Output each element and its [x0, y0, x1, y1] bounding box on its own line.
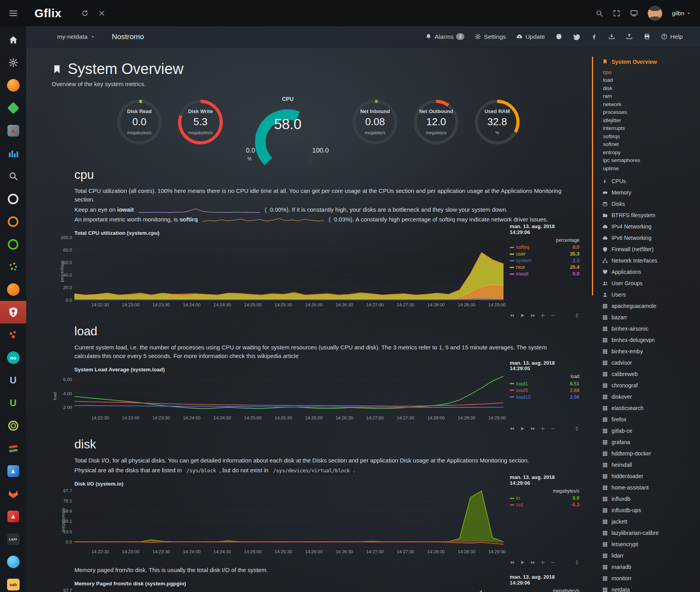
submenu-item-disk[interactable]: disk — [603, 84, 700, 92]
legend-row-load15[interactable]: load15 2.06 — [510, 394, 579, 400]
menu-item-grafana[interactable]: grafana — [602, 437, 700, 448]
submenu-item-uptime[interactable]: uptime — [603, 164, 700, 173]
app-target-icon[interactable] — [0, 414, 26, 437]
legend-row-out[interactable]: out -5.3 — [510, 502, 579, 508]
settings-button[interactable]: Settings — [474, 33, 506, 40]
play-icon[interactable] — [520, 313, 525, 318]
menu-item-network-interfaces[interactable]: Network Interfaces — [602, 255, 700, 266]
app-torus-icon[interactable] — [0, 210, 26, 233]
github-icon[interactable] — [555, 33, 563, 40]
pan-backward-icon[interactable] — [510, 313, 515, 318]
menu-item-influxdb[interactable]: influxdb — [602, 493, 700, 505]
legend-row-iowait[interactable]: iowait 0.0 — [510, 271, 579, 277]
submenu-item-softnet[interactable]: softnet — [603, 140, 700, 149]
server-dropdown[interactable]: my-netdata — [57, 33, 96, 40]
app-confetti-icon[interactable] — [0, 256, 26, 278]
gauge-net-inbound[interactable]: Net Inbound 0.08 megabits/s — [345, 97, 406, 158]
update-button[interactable]: Update — [516, 33, 545, 40]
menu-item-monitorr[interactable]: monitorr — [602, 573, 700, 584]
menu-item-calibreweb[interactable]: calibreweb — [602, 369, 700, 380]
submenu-item-load[interactable]: load — [603, 76, 700, 85]
print-icon[interactable] — [643, 33, 651, 40]
submenu-item-cpu[interactable]: cpu — [603, 68, 700, 76]
menu-item-chronograf[interactable]: chronograf — [602, 380, 700, 391]
submenu-item-network[interactable]: network — [603, 100, 700, 108]
zoom-out-icon[interactable] — [550, 313, 556, 318]
submenu-item-ram[interactable]: ram — [603, 92, 700, 101]
app-gitlab-fox-icon[interactable] — [0, 482, 26, 505]
facebook-icon[interactable] — [590, 33, 598, 40]
submenu-item-softirqs[interactable]: softirqs — [603, 132, 700, 140]
menu-item-home-assistant[interactable]: home-assistant — [602, 482, 700, 493]
app-blue-square-icon[interactable] — [0, 460, 26, 482]
app-soundbars-icon[interactable] — [0, 142, 26, 165]
menu-item-binhex-emby[interactable]: binhex-emby — [602, 346, 700, 357]
menu-item-heimdall[interactable]: heimdall — [602, 459, 700, 471]
app-infinity-icon[interactable]: oo — [0, 346, 26, 369]
app-red-square-icon[interactable] — [0, 505, 26, 528]
user-menu[interactable]: gilbn — [672, 10, 691, 16]
submenu-item-processes[interactable]: processes — [603, 108, 700, 117]
menu-item-btrfs-filesystem[interactable]: BTRFS filesystem — [602, 210, 700, 221]
legend-row-in[interactable]: in 0.0 — [510, 495, 579, 502]
menu-item-lidarr[interactable]: lidarr — [602, 550, 700, 561]
menu-item-memory[interactable]: Memory — [602, 187, 700, 198]
settings-gear-icon[interactable] — [0, 51, 26, 74]
menu-item-jackett[interactable]: jackett — [602, 516, 700, 527]
resize-icon[interactable] — [574, 426, 579, 431]
pan-backward-icon[interactable] — [510, 426, 515, 431]
play-icon[interactable] — [520, 426, 525, 431]
menu-item-ipv4-networking[interactable]: IPv4 Networking — [602, 221, 700, 232]
menu-item-hddtemp-docker[interactable]: hddtemp-docker — [602, 448, 700, 459]
submenu-item-ipc-semaphores[interactable]: ipc semaphores — [603, 157, 700, 165]
menu-item-disks[interactable]: Disks — [602, 198, 700, 210]
refresh-icon[interactable] — [81, 9, 89, 17]
download-icon[interactable] — [608, 33, 615, 40]
legend-row-system[interactable]: system 2.3 — [510, 257, 579, 264]
legend-row-load1[interactable]: load1 6.51 — [510, 380, 579, 387]
pan-backward-icon[interactable] — [510, 560, 515, 565]
menu-item-gitlab-ce[interactable]: gitlab-ce — [602, 425, 700, 437]
avatar[interactable] — [648, 6, 662, 21]
pan-forward-icon[interactable] — [530, 426, 535, 431]
menu-item-bazarr[interactable]: bazarr — [602, 312, 700, 323]
menu-item-mariadb[interactable]: mariadb — [602, 561, 700, 573]
app-orange-ball-icon[interactable] — [0, 278, 26, 301]
submenu-item-interrupts[interactable]: interrupts — [603, 124, 700, 133]
zoom-out-icon[interactable] — [550, 560, 556, 565]
menu-item-applications[interactable]: Applications — [602, 266, 700, 278]
menu-item-binhex-delugevpn[interactable]: binhex-delugevpn — [602, 335, 700, 346]
menu-item-netdata[interactable]: netdata — [602, 584, 700, 592]
cast-icon[interactable] — [630, 9, 638, 17]
menu-item-diskover[interactable]: diskover — [602, 391, 700, 403]
app-green-ring-icon[interactable] — [0, 233, 26, 256]
legend-row-user[interactable]: user 35.3 — [510, 251, 579, 257]
menu-item-firefox[interactable]: firefox — [602, 414, 700, 425]
upload-icon[interactable] — [626, 33, 633, 40]
legend-row-load5[interactable]: load5 2.68 — [510, 387, 579, 394]
menu-item-users[interactable]: Users — [602, 289, 700, 300]
menu-item-lazylibrarian-calibre[interactable]: lazylibrarian-calibre — [602, 527, 700, 539]
app-flame-icon[interactable] — [0, 74, 26, 97]
legend-row-nice[interactable]: nice 20.4 — [510, 264, 579, 271]
app-compass-icon[interactable] — [0, 187, 26, 210]
app-sabnzbd-icon[interactable]: sab — [0, 573, 26, 592]
gauge-net-outbound[interactable]: Net Outbound 12.0 megabits/s — [406, 97, 467, 158]
menu-item-letsencrypt[interactable]: letsencrypt — [602, 539, 700, 550]
wikipedia-link[interactable]: this wikipedia article — [246, 353, 298, 359]
menu-item-hiddenloader[interactable]: hiddenloader — [602, 471, 700, 482]
app-pills-icon[interactable] — [0, 437, 26, 460]
app-search-icon[interactable] — [0, 165, 26, 187]
zoom-in-icon[interactable] — [540, 313, 545, 318]
fullscreen-icon[interactable] — [613, 9, 621, 17]
zoom-in-icon[interactable] — [540, 426, 545, 431]
submenu-item-idlejitter[interactable]: idlejitter — [603, 116, 700, 124]
play-icon[interactable] — [520, 560, 525, 565]
legend-row-softirq[interactable]: softirq 0.0 — [510, 244, 579, 251]
zoom-in-icon[interactable] — [540, 560, 545, 565]
softirq-sparkline[interactable] — [202, 217, 324, 223]
menu-item-cpus[interactable]: CPUs — [602, 176, 700, 187]
menu-item-cadvisor[interactable]: cadvisor — [602, 357, 700, 369]
menu-item-ipv6-networking[interactable]: IPv6 Networking — [602, 232, 700, 244]
alarms-button[interactable]: Alarms 2 — [425, 33, 464, 40]
